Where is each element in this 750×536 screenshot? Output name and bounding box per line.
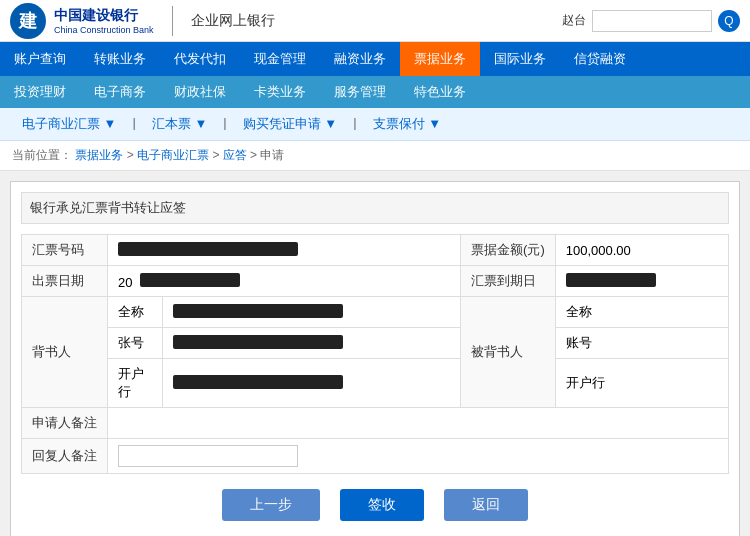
subnav-special[interactable]: 特色业务 — [400, 76, 480, 108]
table-row-endorser-account: 张号 账号 — [22, 328, 729, 359]
endorser-name-redacted — [173, 304, 343, 318]
main-navigation: 账户查询 转账业务 代发代扣 现金管理 融资业务 票据业务 国际业务 信贷融资 — [0, 42, 750, 76]
logo-area: 建 中国建设银行 China Construction Bank 企业网上银行 — [10, 3, 275, 39]
back-endorser-account-label: 账号 — [555, 328, 728, 359]
ticket-no-label: 汇票号码 — [22, 235, 108, 266]
subnav-fiscal[interactable]: 财政社保 — [160, 76, 240, 108]
endorser-account-label: 张号 — [108, 328, 163, 359]
issue-date-prefix: 20 — [118, 275, 132, 290]
bank-logo-icon: 建 — [10, 3, 46, 39]
endorser-name-value — [163, 297, 461, 328]
endorser-bank-label: 开户行 — [108, 359, 163, 408]
due-date-redacted — [566, 273, 656, 287]
sign-button[interactable]: 签收 — [340, 489, 424, 521]
back-endorser-label: 被背书人 — [461, 297, 556, 408]
back-button[interactable]: 返回 — [444, 489, 528, 521]
button-area: 上一步 签收 返回 — [21, 474, 729, 531]
table-row: 汇票号码 票据金额(元) 100,000.00 — [22, 235, 729, 266]
subnav-ecommerce[interactable]: 电子商务 — [80, 76, 160, 108]
reviewer-remark-value — [108, 439, 729, 474]
back-endorser-name-label: 全称 — [555, 297, 728, 328]
sub-navigation: 投资理财 电子商务 财政社保 卡类业务 服务管理 特色业务 — [0, 76, 750, 108]
ticket-amount-value: 100,000.00 — [555, 235, 728, 266]
nav-international[interactable]: 国际业务 — [480, 42, 560, 76]
issue-date-value: 20 — [108, 266, 461, 297]
tab-electronic-bill[interactable]: 电子商业汇票 ▼ — [10, 108, 128, 140]
endorser-account-redacted — [173, 335, 343, 349]
ticket-no-value — [108, 235, 461, 266]
breadcrumb-current: 申请 — [260, 148, 284, 162]
section-title: 银行承兑汇票背书转让应签 — [21, 192, 729, 224]
table-row: 出票日期 20 汇票到期日 — [22, 266, 729, 297]
nav-account-query[interactable]: 账户查询 — [0, 42, 80, 76]
main-content: 银行承兑汇票背书转让应签 汇票号码 票据金额(元) 100,000.00 出票日… — [10, 181, 740, 536]
table-row-applicant-remark: 申请人备注 — [22, 408, 729, 439]
due-date-label: 汇票到期日 — [461, 266, 556, 297]
table-row-endorser: 背书人 全称 被背书人 全称 — [22, 297, 729, 328]
nav-agency[interactable]: 代发代扣 — [160, 42, 240, 76]
breadcrumb-answer[interactable]: 应答 — [223, 148, 247, 162]
endorser-bank-value — [163, 359, 461, 408]
ticket-no-redacted — [118, 242, 298, 256]
subnav-card[interactable]: 卡类业务 — [240, 76, 320, 108]
applicant-remark-label: 申请人备注 — [22, 408, 108, 439]
issue-date-label: 出票日期 — [22, 266, 108, 297]
subnav-service[interactable]: 服务管理 — [320, 76, 400, 108]
breadcrumb-bills[interactable]: 票据业务 — [75, 148, 123, 162]
search-icon: Q — [724, 14, 733, 28]
tab-navigation: 电子商业汇票 ▼ | 汇本票 ▼ | 购买凭证申请 ▼ | 支票保付 ▼ — [0, 108, 750, 141]
reviewer-remark-label: 回复人备注 — [22, 439, 108, 474]
nav-cash-management[interactable]: 现金管理 — [240, 42, 320, 76]
form-table: 汇票号码 票据金额(元) 100,000.00 出票日期 20 汇票到期日 背书… — [21, 234, 729, 474]
prev-button[interactable]: 上一步 — [222, 489, 320, 521]
breadcrumb: 当前位置： 票据业务 > 电子商业汇票 > 应答 > 申请 — [0, 141, 750, 171]
table-row-reviewer-remark: 回复人备注 — [22, 439, 729, 474]
header: 建 中国建设银行 China Construction Bank 企业网上银行 … — [0, 0, 750, 42]
tab-promissory-note[interactable]: 汇本票 ▼ — [140, 108, 219, 140]
endorser-name-label: 全称 — [108, 297, 163, 328]
tab-purchase-voucher[interactable]: 购买凭证申请 ▼ — [231, 108, 349, 140]
tab-check-guarantee[interactable]: 支票保付 ▼ — [361, 108, 453, 140]
nav-credit[interactable]: 信贷融资 — [560, 42, 640, 76]
back-endorser-bank-label: 开户行 — [555, 359, 728, 408]
breadcrumb-prefix: 当前位置： — [12, 148, 72, 162]
issue-date-redacted — [140, 273, 240, 287]
applicant-remark-value — [108, 408, 729, 439]
search-button[interactable]: Q — [718, 10, 740, 32]
nav-financing[interactable]: 融资业务 — [320, 42, 400, 76]
subnav-investment[interactable]: 投资理财 — [0, 76, 80, 108]
user-info: 赵台 — [562, 12, 586, 29]
nav-transfer[interactable]: 转账业务 — [80, 42, 160, 76]
bank-name: 中国建设银行 China Construction Bank — [54, 7, 154, 35]
search-input[interactable] — [592, 10, 712, 32]
bank-name-cn: 中国建设银行 — [54, 7, 154, 25]
table-row-endorser-bank: 开户行 开户行 — [22, 359, 729, 408]
endorser-label: 背书人 — [22, 297, 108, 408]
breadcrumb-electronic-bill[interactable]: 电子商业汇票 — [137, 148, 209, 162]
ticket-amount-label: 票据金额(元) — [461, 235, 556, 266]
endorser-account-value — [163, 328, 461, 359]
bank-name-en: China Construction Bank — [54, 25, 154, 35]
header-divider — [172, 6, 173, 36]
header-right: 赵台 Q — [562, 10, 740, 32]
endorser-bank-redacted — [173, 375, 343, 389]
portal-label: 企业网上银行 — [191, 12, 275, 30]
due-date-value — [555, 266, 728, 297]
nav-bills[interactable]: 票据业务 — [400, 42, 480, 76]
reviewer-remark-input[interactable] — [118, 445, 298, 467]
